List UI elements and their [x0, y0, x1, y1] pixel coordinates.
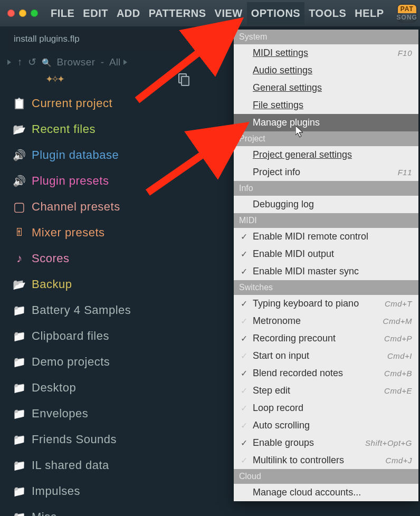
check-icon: ✓ [239, 316, 249, 326]
menu-item[interactable]: Audio settings [234, 62, 418, 79]
browser-item-label: Scores [32, 252, 69, 265]
browser-item[interactable]: Misc [13, 504, 420, 516]
menu-item[interactable]: MIDI settingsF10 [234, 44, 418, 62]
check-icon: ✓ [239, 368, 249, 378]
browser-item-label: Plugin presets [32, 174, 109, 188]
menu-item-label: Enable groups [253, 437, 361, 448]
browser-item-label: Impulses [32, 484, 80, 498]
menu-item[interactable]: ✓Enable MIDI master sync [234, 263, 418, 280]
check-icon: ✓ [239, 403, 249, 413]
menu-file[interactable]: FILE [46, 2, 79, 25]
check-icon: ✓ [239, 249, 249, 259]
menu-item[interactable]: ✓Step editCmd+E [234, 382, 418, 399]
menu-item-label: Project general settings [253, 149, 412, 160]
menu-tools[interactable]: TOOLS [304, 2, 350, 25]
menu-item[interactable]: ✓Auto scrolling [234, 417, 418, 434]
browser-item-label: Misc [32, 510, 56, 517]
menu-item-shortcut: Cmd+I [387, 351, 412, 360]
menu-item[interactable]: File settings [234, 97, 418, 114]
browser-item-label: IL shared data [32, 458, 109, 472]
check-icon: ✓ [239, 421, 249, 431]
menu-patterns[interactable]: PATTERNS [145, 2, 211, 25]
menu-item[interactable]: ✓Loop record [234, 399, 418, 417]
menu-add[interactable]: ADD [112, 2, 145, 25]
menu-item-label: Project info [253, 167, 394, 178]
menu-item-shortcut: Cmd+E [384, 386, 412, 395]
pat-song-toggle[interactable]: PAT SONG [397, 4, 417, 23]
menu-item-label: Blend recorded notes [253, 368, 380, 379]
menu-item[interactable]: ✓Enable MIDI remote control [234, 228, 418, 245]
menu-item[interactable]: ✓Typing keyboard to pianoCmd+T [234, 295, 418, 312]
menu-item-label: Metronome [253, 316, 379, 327]
menu-item-label: MIDI settings [253, 47, 394, 59]
menu-items: FILEEDITADDPATTERNSVIEWOPTIONSTOOLSHELP [46, 2, 388, 25]
menu-item-label: Step edit [253, 385, 380, 396]
check-icon: ✓ [239, 299, 249, 309]
menu-item-shortcut: Shift+Opt+G [365, 438, 412, 447]
undo-icon[interactable] [28, 56, 36, 68]
speaker-icon [13, 149, 26, 161]
browser-item-label: Current project [32, 97, 112, 110]
up-icon[interactable] [17, 56, 23, 68]
menu-item-shortcut: F10 [398, 49, 412, 58]
collapse-icon[interactable] [7, 60, 11, 65]
square-icon [13, 199, 26, 214]
menu-item[interactable]: Project infoF11 [234, 164, 418, 181]
menu-item-label: Loop record [253, 403, 412, 414]
menu-item[interactable]: ✓Enable MIDI output [234, 245, 418, 263]
pat-button[interactable]: PAT [398, 5, 416, 13]
folder-icon [13, 304, 26, 317]
menu-item[interactable]: ✓Start on inputCmd+I [234, 347, 418, 365]
browser-item-label: Channel presets [32, 200, 120, 214]
menu-item-shortcut: Cmd+M [383, 317, 412, 326]
copy-icon[interactable] [178, 73, 189, 85]
check-icon: ✓ [239, 351, 249, 361]
song-button[interactable]: SONG [397, 13, 417, 22]
menu-item[interactable]: General settings [234, 79, 418, 97]
folder-icon [13, 330, 26, 342]
section-header: System [234, 30, 418, 44]
menu-item[interactable]: ✓MetronomeCmd+M [234, 312, 418, 330]
folder-icon [13, 356, 26, 368]
menu-item[interactable]: ✓Enable groupsShift+Opt+G [234, 434, 418, 452]
menu-item-label: Enable MIDI output [253, 249, 412, 260]
close-button[interactable] [7, 9, 15, 17]
zoom-button[interactable] [31, 9, 38, 17]
browser-item-label: Battery 4 Samples [32, 303, 131, 317]
check-icon: ✓ [239, 455, 249, 465]
menu-help[interactable]: HELP [350, 2, 388, 25]
window-controls [7, 9, 38, 17]
sliders-icon [13, 226, 26, 238]
menu-item[interactable]: ✓Recording precountCmd+P [234, 330, 418, 347]
browser-item-label: Demo projects [32, 355, 110, 369]
folder-icon [13, 485, 26, 498]
menu-item-label: Manage cloud accounts... [253, 487, 412, 498]
menu-item[interactable]: Manage plugins [234, 114, 418, 131]
project-filename[interactable]: install plugins.flp [7, 30, 216, 49]
folder-icon [13, 511, 26, 517]
minimize-button[interactable] [19, 9, 26, 17]
foldero-icon [13, 123, 26, 136]
speaker-icon [13, 175, 26, 187]
browser-item-label: Envelopes [32, 407, 88, 421]
chevron-icon[interactable] [123, 60, 127, 65]
menu-item[interactable]: ✓Multilink to controllersCmd+J [234, 452, 418, 469]
menu-item[interactable]: Project general settings [234, 146, 418, 164]
menu-item-label: Enable MIDI master sync [253, 266, 412, 277]
menu-edit[interactable]: EDIT [79, 2, 112, 25]
browser-filter[interactable]: All [109, 56, 120, 68]
check-icon: ✓ [239, 232, 249, 242]
menu-item[interactable]: ✓Blend recorded notesCmd+B [234, 365, 418, 382]
menu-item[interactable]: Debugging log [234, 196, 418, 213]
menu-item-shortcut: Cmd+B [384, 369, 412, 378]
search-icon[interactable] [42, 56, 52, 68]
check-icon: ✓ [239, 438, 249, 448]
favorites-icon[interactable]: ✦✧✦ [45, 73, 63, 85]
section-header: Switches [234, 280, 418, 295]
menu-item-label: File settings [253, 100, 412, 111]
clip-icon [13, 97, 26, 110]
menu-options[interactable]: OPTIONS [247, 2, 305, 25]
menu-view[interactable]: VIEW [211, 2, 247, 25]
menu-item[interactable]: Manage cloud accounts... [234, 484, 418, 501]
menu-item-label: General settings [253, 82, 412, 93]
